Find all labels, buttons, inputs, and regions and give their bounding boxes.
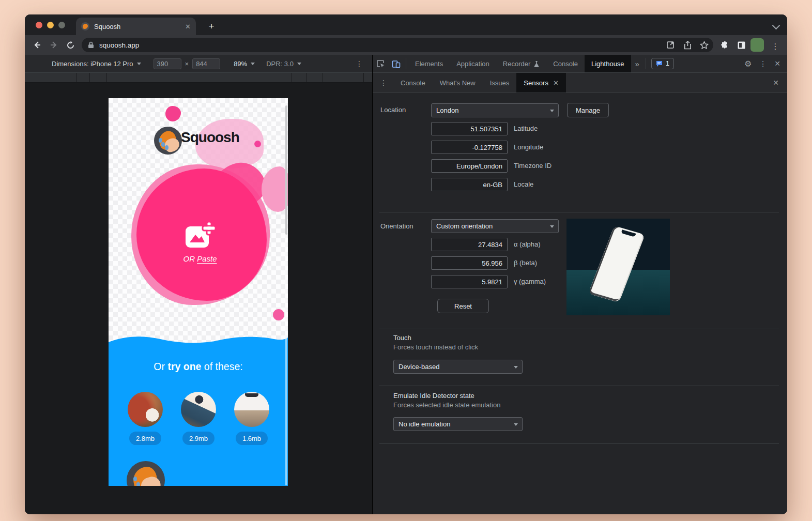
reset-orientation-button[interactable]: Reset [437,299,489,313]
side-panel-icon[interactable] [735,39,747,51]
manage-locations-button[interactable]: Manage [567,103,609,117]
touch-title: Touch [393,334,411,342]
sample-image-red-panda[interactable] [128,392,163,427]
idle-select-value: No idle emulation [399,420,450,428]
more-tabs-button[interactable]: » [631,55,644,72]
device-toolbar-toggle-icon[interactable] [388,55,404,72]
traffic-light-close[interactable] [36,22,42,28]
screenshot-notch [245,393,258,397]
sensors-tab-close-icon[interactable] [553,80,559,86]
viewport-height-input[interactable] [192,58,220,69]
tab-recorder[interactable]: Recorder [496,55,546,72]
timezone-label: Timezone ID [514,159,551,173]
drawer-tab-issues[interactable]: Issues [483,73,517,93]
reload-icon[interactable] [65,39,76,51]
drawer-close-icon[interactable] [764,73,787,93]
locale-input[interactable] [431,178,508,191]
device-emulation-pane: Dimensions: iPhone 12 Pro × 89% DPR: 3.0 [25,55,373,514]
drawer-tab-sensors[interactable]: Sensors [516,73,566,93]
idle-title: Emulate Idle Detector state [393,392,474,400]
profile-avatar[interactable] [750,38,764,52]
squoosh-wordmark: Squoosh [181,129,239,146]
open-in-new-icon[interactable] [664,39,677,51]
device-toolbar: Dimensions: iPhone 12 Pro × 89% DPR: 3.0 [25,55,372,73]
drawer-tab-sensors-label: Sensors [524,79,548,87]
heading-post: of these: [201,361,242,372]
section-divider [379,386,779,386]
touch-subtitle: Forces touch instead of click [393,343,478,351]
heading-bold: try one [167,361,201,372]
browser-window: Squoosh squoosh.app [25,14,787,514]
tab-title: Squoosh [94,23,185,30]
zoom-level-select[interactable]: 89% [234,60,247,68]
window-content: Dimensions: iPhone 12 Pro × 89% DPR: 3.0 [25,55,787,514]
viewport-width-input[interactable] [154,58,181,69]
or-paste-hint: OR Paste [109,254,288,263]
orientation-phone-preview[interactable] [566,219,670,315]
bookmark-star-icon[interactable] [698,39,710,51]
tab-application[interactable]: Application [450,55,496,72]
tab-console[interactable]: Console [546,55,585,72]
traffic-light-zoom[interactable] [58,22,65,28]
tab-recorder-label: Recorder [503,60,530,68]
tab-search-chevron-icon[interactable] [772,22,780,30]
location-label: Location [380,106,406,114]
latitude-input[interactable] [431,122,508,135]
drawer-tab-console[interactable]: Console [393,73,433,93]
sample-size-badge: 1.6mb [236,432,268,445]
device-dimensions-select[interactable]: Dimensions: iPhone 12 Pro [52,60,133,68]
blob-rightedge-decoration [262,166,288,212]
add-image-icon[interactable] [184,221,215,252]
device-toolbar-kebab-icon[interactable] [356,59,363,68]
sample-image-device-screenshot[interactable] [234,392,269,427]
share-icon[interactable] [681,39,694,51]
settings-gear-icon[interactable] [740,59,756,69]
locale-label: Locale [514,178,533,191]
back-icon[interactable] [32,39,43,51]
idle-select[interactable]: No idle emulation [393,417,523,431]
tab-elements[interactable]: Elements [408,55,450,72]
drawer-tab-whats-new[interactable]: What's New [433,73,483,93]
gamma-label: γ (gamma) [514,275,546,288]
devtools-toolbar: Elements Application Recorder Console Li… [373,55,787,73]
alpha-input[interactable] [431,238,508,251]
tab-strip: Squoosh [25,14,787,35]
phone-notch [621,229,636,237]
viewport-ruler [25,73,372,83]
orientation-preset-select[interactable]: Custom orientation [431,219,559,233]
latitude-label: Latitude [514,122,538,135]
beta-input[interactable] [431,256,508,270]
browser-tab[interactable]: Squoosh [76,18,196,35]
forward-icon[interactable] [48,39,59,51]
emulated-viewport-area: Squoosh [25,83,372,514]
address-omnibox[interactable]: squoosh.app [82,38,713,52]
extensions-puzzle-icon[interactable] [718,39,731,51]
timezone-input[interactable] [431,159,508,173]
dimensions-separator: × [185,60,189,68]
sample-image-artwork[interactable] [181,392,216,427]
squoosh-favicon-icon [81,22,89,30]
devtools-menu-kebab-icon[interactable] [756,59,770,68]
dimensions-caret-icon [137,63,141,65]
paste-link[interactable]: Paste [197,254,217,263]
longitude-input[interactable] [431,141,508,154]
devtools-close-icon[interactable] [770,59,787,68]
gamma-input[interactable] [431,275,508,288]
dpr-select[interactable]: DPR: 3.0 [266,60,294,68]
drawer-menu-kebab-icon[interactable] [373,73,393,93]
location-preset-select[interactable]: London [431,103,559,117]
browser-menu-kebab-icon[interactable] [769,40,782,53]
tab-close-icon[interactable] [185,23,191,30]
url-bar: squoosh.app [25,35,787,55]
traffic-light-minimize[interactable] [47,22,54,28]
new-tab-button[interactable] [205,20,218,33]
desktop-background: Squoosh squoosh.app [0,0,812,521]
issues-bubble-icon [656,60,663,67]
inspect-element-icon[interactable] [373,55,388,72]
beta-label: β (beta) [514,256,537,270]
dpr-caret-icon [297,63,301,65]
app-scrollbar-thumb[interactable] [285,105,287,235]
touch-select[interactable]: Device-based [393,360,523,374]
tab-lighthouse[interactable]: Lighthouse [585,55,631,72]
issues-counter-button[interactable]: 1 [651,58,674,69]
